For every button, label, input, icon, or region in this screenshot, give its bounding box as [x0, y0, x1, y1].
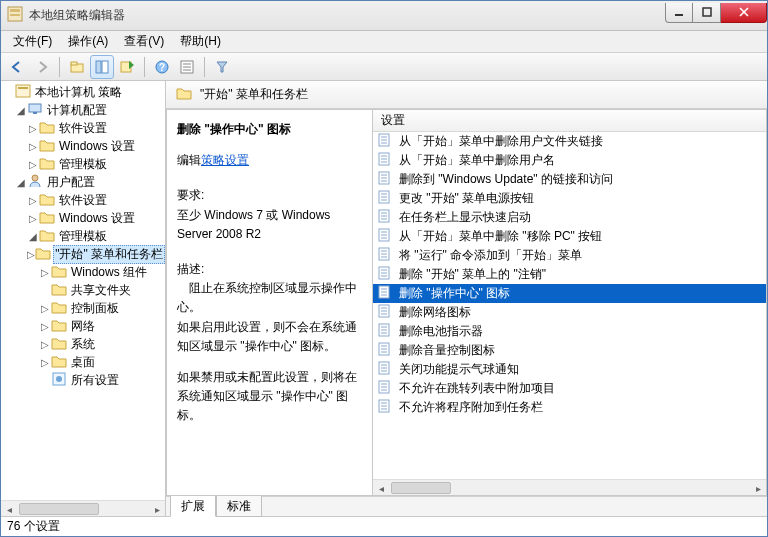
- list-row[interactable]: 不允许在跳转列表中附加项目: [373, 379, 766, 398]
- app-icon: [7, 6, 23, 25]
- list-header[interactable]: 设置: [373, 110, 766, 132]
- tree-row-net: ▷网络: [3, 317, 165, 335]
- setting-icon: [377, 284, 393, 303]
- list-row[interactable]: 删除电池指示器: [373, 322, 766, 341]
- svg-point-22: [56, 376, 62, 382]
- minimize-button[interactable]: [665, 3, 693, 23]
- svg-rect-17: [18, 87, 28, 89]
- edit-label: 编辑: [177, 153, 201, 167]
- up-button[interactable]: [65, 55, 89, 79]
- column-setting[interactable]: 设置: [381, 112, 758, 129]
- list-row[interactable]: 更改 "开始" 菜单电源按钮: [373, 189, 766, 208]
- list-row[interactable]: 删除网络图标: [373, 303, 766, 322]
- content-header: "开始" 菜单和任务栏: [166, 81, 767, 109]
- tree-row-sys: ▷系统: [3, 335, 165, 353]
- window-controls: [665, 3, 767, 23]
- menu-help[interactable]: 帮助(H): [174, 31, 227, 52]
- list-hscrollbar[interactable]: ◂▸: [373, 479, 766, 495]
- tree-row-user-admin: ◢管理模板: [3, 227, 165, 245]
- svg-rect-18: [29, 104, 41, 112]
- list-row[interactable]: 删除 "操作中心" 图标: [373, 284, 766, 303]
- statusbar: 76 个设置: [1, 516, 767, 536]
- tree-row-all: ▷所有设置: [3, 371, 165, 389]
- svg-rect-1: [10, 9, 20, 12]
- svg-rect-2: [10, 14, 20, 16]
- tree-row-start-menu: ▷"开始" 菜单和任务栏: [3, 245, 165, 263]
- list-row[interactable]: 关闭功能提示气球通知: [373, 360, 766, 379]
- list-row-label: 不允许将程序附加到任务栏: [399, 399, 543, 416]
- setting-icon: [377, 265, 393, 284]
- description-3: 如果禁用或未配置此设置，则将在系统通知区域显示 "操作中心" 图标。: [177, 368, 366, 426]
- close-button[interactable]: [721, 3, 767, 23]
- filter-button[interactable]: [210, 55, 234, 79]
- list-row[interactable]: 删除到 "Windows Update" 的链接和访问: [373, 170, 766, 189]
- setting-icon: [377, 189, 393, 208]
- right-pane: "开始" 菜单和任务栏 删除 "操作中心" 图标 编辑策略设置 要求: 至少 W…: [166, 81, 767, 516]
- list-row-label: 从「开始」菜单中删除用户名: [399, 152, 555, 169]
- requirements-label: 要求:: [177, 186, 366, 205]
- properties-button[interactable]: [175, 55, 199, 79]
- tree-row-user-win: ▷Windows 设置: [3, 209, 165, 227]
- toolbar: ?: [1, 53, 767, 81]
- tree-row-comp-admin: ▷管理模板: [3, 155, 165, 173]
- list-row-label: 删除到 "Windows Update" 的链接和访问: [399, 171, 613, 188]
- requirements-text: 至少 Windows 7 或 Windows Server 2008 R2: [177, 206, 366, 244]
- list-row[interactable]: 删除 "开始" 菜单上的 "注销": [373, 265, 766, 284]
- menubar: 文件(F) 操作(A) 查看(V) 帮助(H): [1, 31, 767, 53]
- view-details-button[interactable]: [90, 55, 114, 79]
- list-row-label: 删除 "开始" 菜单上的 "注销": [399, 266, 546, 283]
- list-row[interactable]: 不允许将程序附加到任务栏: [373, 398, 766, 417]
- setting-title: 删除 "操作中心" 图标: [177, 120, 366, 139]
- tree-hscrollbar[interactable]: ◂▸: [1, 500, 165, 516]
- tree-pane: ▸本地计算机 策略 ◢计算机配置 ▷软件设置 ▷Windows 设置 ▷管理模板…: [1, 81, 166, 516]
- svg-rect-3: [675, 14, 683, 16]
- setting-icon: [377, 246, 393, 265]
- window-title: 本地组策略编辑器: [29, 7, 665, 24]
- svg-rect-19: [33, 112, 37, 114]
- setting-icon: [377, 322, 393, 341]
- list-row-label: 将 "运行" 命令添加到「开始」菜单: [399, 247, 582, 264]
- setting-icon: [377, 227, 393, 246]
- list-body[interactable]: 从「开始」菜单中删除用户文件夹链接从「开始」菜单中删除用户名删除到 "Windo…: [373, 132, 766, 479]
- list-row-label: 在任务栏上显示快速启动: [399, 209, 531, 226]
- detail-pane: 删除 "操作中心" 图标 编辑策略设置 要求: 至少 Windows 7 或 W…: [167, 110, 372, 495]
- forward-button[interactable]: [30, 55, 54, 79]
- svg-rect-4: [703, 8, 711, 16]
- tab-extended[interactable]: 扩展: [170, 496, 216, 517]
- tree[interactable]: ▸本地计算机 策略 ◢计算机配置 ▷软件设置 ▷Windows 设置 ▷管理模板…: [1, 81, 165, 391]
- back-button[interactable]: [5, 55, 29, 79]
- list-row-label: 从「开始」菜单中删除 "移除 PC" 按钮: [399, 228, 602, 245]
- edit-policy-link[interactable]: 策略设置: [201, 153, 249, 167]
- svg-rect-6: [71, 62, 77, 65]
- content-title: "开始" 菜单和任务栏: [200, 86, 308, 103]
- folder-icon: [176, 85, 192, 104]
- list-row[interactable]: 从「开始」菜单中删除用户名: [373, 151, 766, 170]
- tab-standard[interactable]: 标准: [216, 496, 262, 517]
- list-row-label: 删除音量控制图标: [399, 342, 495, 359]
- help-button[interactable]: ?: [150, 55, 174, 79]
- menu-file[interactable]: 文件(F): [7, 31, 58, 52]
- tree-row-user-soft: ▷软件设置: [3, 191, 165, 209]
- maximize-button[interactable]: [693, 3, 721, 23]
- description-1: 阻止在系统控制区域显示操作中心。: [177, 279, 366, 317]
- menu-view[interactable]: 查看(V): [118, 31, 170, 52]
- list-row[interactable]: 删除音量控制图标: [373, 341, 766, 360]
- export-button[interactable]: [115, 55, 139, 79]
- list-row-label: 删除 "操作中心" 图标: [399, 285, 510, 302]
- setting-icon: [377, 170, 393, 189]
- menu-action[interactable]: 操作(A): [62, 31, 114, 52]
- description-2: 如果启用此设置，则不会在系统通知区域显示 "操作中心" 图标。: [177, 318, 366, 356]
- list-row[interactable]: 在任务栏上显示快速启动: [373, 208, 766, 227]
- setting-icon: [377, 303, 393, 322]
- status-text: 76 个设置: [7, 518, 60, 535]
- setting-icon: [377, 360, 393, 379]
- tabstrip: 扩展 标准: [166, 496, 767, 516]
- body: ▸本地计算机 策略 ◢计算机配置 ▷软件设置 ▷Windows 设置 ▷管理模板…: [1, 81, 767, 516]
- svg-text:?: ?: [159, 62, 165, 73]
- list-pane: 设置 从「开始」菜单中删除用户文件夹链接从「开始」菜单中删除用户名删除到 "Wi…: [372, 110, 766, 495]
- list-row[interactable]: 从「开始」菜单中删除 "移除 PC" 按钮: [373, 227, 766, 246]
- list-row-label: 关闭功能提示气球通知: [399, 361, 519, 378]
- list-row-label: 不允许在跳转列表中附加项目: [399, 380, 555, 397]
- list-row[interactable]: 将 "运行" 命令添加到「开始」菜单: [373, 246, 766, 265]
- list-row[interactable]: 从「开始」菜单中删除用户文件夹链接: [373, 132, 766, 151]
